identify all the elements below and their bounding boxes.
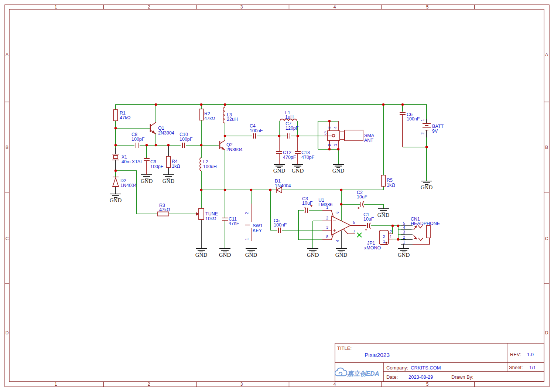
gnd-label: GND [219, 252, 231, 258]
sma-body[interactable] [328, 131, 340, 140]
component-r1[interactable]: R1 47kΩ [114, 110, 131, 121]
component-jp1[interactable]: 2 1 2 1 JP1 xMONO [364, 229, 393, 250]
component-l3[interactable]: L3 22uH [223, 107, 238, 123]
cap-plates[interactable] [288, 133, 290, 139]
resistor-body[interactable] [158, 212, 169, 216]
cap-plates[interactable] [276, 151, 282, 154]
batt-ref: BATT [432, 124, 444, 129]
sma-pin5: 5 [324, 131, 326, 135]
component-c2[interactable]: C2 10uF [357, 190, 367, 209]
d2-triangle[interactable] [113, 178, 119, 187]
cap-plates[interactable] [182, 143, 185, 148]
component-x1[interactable]: X1 40m XTAL [112, 154, 143, 164]
component-d2[interactable]: D2 1N4004 [113, 177, 137, 188]
r5-value: 1kΩ [387, 183, 395, 188]
sma-ref: SMA [364, 133, 375, 138]
c13-value: 470pF [301, 155, 315, 160]
component-c13[interactable]: C13 470pF [295, 136, 315, 164]
crystal-body[interactable] [113, 156, 118, 158]
sw1-ref: SW1 [253, 223, 263, 228]
sma-pin1: 1 [333, 144, 338, 146]
gnd-label: GND [273, 168, 285, 174]
component-c9[interactable]: C9 100pF [144, 158, 164, 175]
component-q2[interactable]: Q2 2N3904 [220, 140, 243, 152]
component-r4[interactable]: R4 1kΩ [167, 156, 180, 169]
col-label-top: 4 [334, 4, 336, 10]
r3-value: 47kΩ [159, 207, 170, 212]
row-label-left: C [6, 236, 9, 241]
inductor-coil[interactable] [200, 158, 201, 171]
gnd-label: GND [292, 168, 304, 174]
cap-plates[interactable] [136, 143, 138, 148]
q2-ref: Q2 [226, 142, 233, 147]
cap-plates[interactable] [400, 112, 406, 115]
component-c6[interactable]: C6 100nF [400, 112, 420, 147]
c2-value: 10uF [357, 194, 367, 200]
tune-value: 10kΩ [205, 216, 216, 221]
cap-plates[interactable] [278, 228, 281, 233]
plus-sign [358, 207, 360, 209]
component-c12[interactable]: C12 470pF [276, 136, 296, 164]
component-c5[interactable]: C5 100nF [274, 218, 287, 233]
inner-border [9, 9, 544, 382]
cap-plates[interactable] [361, 201, 364, 207]
c1-value: 10uF [363, 217, 374, 222]
battery-plates[interactable] [423, 123, 431, 130]
drawn-by-label: Drawn By: [451, 374, 473, 380]
component-c3[interactable]: C3 10uF [302, 196, 313, 213]
frame-labels: 1 2 3 4 5 1 2 3 4 5 A B C D A B C D [6, 4, 548, 387]
c10-value: 100pF [179, 137, 193, 142]
component-sma[interactable]: SMA ANT 5 3 4 2 1 [324, 121, 375, 149]
d2-ref: D2 [120, 178, 126, 183]
u1-pin2: 2 [326, 216, 328, 220]
cap-plates[interactable] [222, 218, 228, 220]
cap-plates[interactable] [144, 158, 150, 161]
component-r5[interactable]: R5 1kΩ [382, 175, 395, 188]
rev-value: 1.0 [527, 352, 534, 357]
q1-emitter-arrow [152, 130, 155, 134]
cap-plates[interactable] [305, 207, 308, 213]
switch-symbol[interactable] [245, 204, 251, 241]
pot-body[interactable] [199, 208, 204, 219]
jack-contacts [413, 225, 430, 244]
q2-value: 2N3904 [226, 147, 243, 152]
component-l1[interactable]: L1 1uH [280, 110, 297, 121]
cloud-icon [335, 368, 347, 376]
component-d1[interactable]: D1 1N4004 [275, 178, 291, 193]
resistor-body[interactable] [114, 110, 118, 121]
c4-ref: C4 [250, 123, 256, 129]
cap-plates[interactable] [367, 223, 370, 229]
c13-ref: C13 [301, 150, 310, 155]
jp1-value: xMONO [364, 245, 381, 250]
component-r2[interactable]: R2 47kΩ [199, 109, 215, 121]
gnd-label: GND [141, 178, 153, 184]
r4-value: 1kΩ [172, 164, 180, 169]
component-l2[interactable]: L2 100uH [200, 158, 217, 171]
resistor-body[interactable] [199, 109, 204, 120]
component-q1[interactable]: Q1 2N3904 [150, 122, 174, 136]
no-connect-x-icon [357, 233, 362, 237]
component-c11[interactable]: C11 47nF [222, 217, 239, 226]
component-tune[interactable]: TUNE 10kΩ [196, 208, 218, 221]
q1-ref: Q1 [158, 126, 164, 131]
l2-ref: L2 [203, 159, 208, 164]
component-batt[interactable]: BATT 9V 1 2 [420, 119, 444, 134]
jp1-pin2: 2 [390, 229, 392, 234]
component-cn1[interactable]: CN1 HEADPHONE 5 4 3 2 1 [403, 217, 440, 244]
schematic-canvas[interactable]: 1 2 3 4 5 1 2 3 4 5 A B C D A B C D TITL… [0, 0, 554, 392]
col-label-top: 3 [240, 4, 243, 10]
company-label: Company: [386, 365, 408, 371]
component-r3[interactable]: R3 47kΩ [158, 203, 170, 216]
resistor-body[interactable] [167, 156, 171, 167]
sma-barrel [345, 130, 363, 141]
row-label-right: B [545, 145, 548, 150]
cap-plates[interactable] [295, 151, 301, 154]
resistor-body[interactable] [382, 175, 386, 186]
col-label-top: 5 [426, 4, 429, 10]
schematic-page: 1 2 3 4 5 1 2 3 4 5 A B C D A B C D TITL… [0, 0, 554, 392]
sheet-value: 1/1 [529, 365, 536, 370]
component-sw1[interactable]: SW1 KEY 2 1 [244, 204, 263, 241]
inductor-coil[interactable] [223, 107, 225, 123]
cap-plates[interactable] [253, 133, 256, 139]
component-c1[interactable]: C1 10uF [363, 212, 374, 231]
